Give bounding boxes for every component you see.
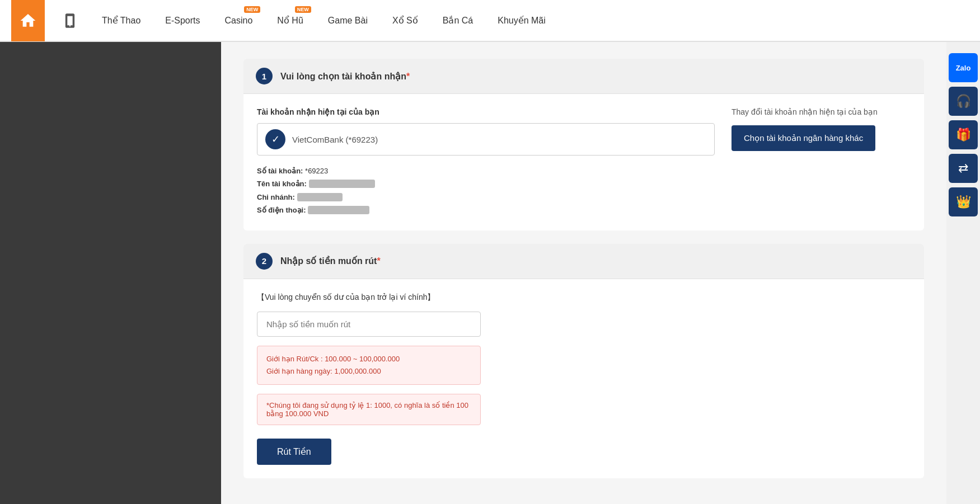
change-bank-label: Thay đổi tài khoản nhận hiện tại của bạn — [732, 107, 911, 116]
submit-button[interactable]: Rút Tiền — [257, 439, 331, 465]
nav-item-no-hu[interactable]: Nổ Hũ NEW — [265, 0, 315, 41]
bank-account-container: Tài khoản nhận hiện tại của bạn ✓ VietCo… — [257, 107, 911, 217]
vip-button[interactable]: 👑 — [949, 187, 978, 216]
change-bank-button[interactable]: Chọn tài khoản ngân hàng khác — [732, 125, 875, 151]
right-sidebar: Zalo 🎧 🎁 ⇄ 👑 — [946, 42, 980, 504]
mobile-icon — [62, 13, 78, 29]
transfer-icon: ⇄ — [958, 161, 968, 176]
bank-account-label: Tài khoản nhận hiện tại của bạn — [257, 107, 715, 116]
section1-header: 1 Vui lòng chọn tài khoản nhận* — [243, 59, 924, 94]
mobile-button[interactable] — [56, 0, 84, 41]
zalo-button[interactable]: Zalo — [949, 53, 978, 82]
branch-row: Chi nhánh: ████████ — [257, 191, 715, 204]
section2-number: 2 — [256, 253, 273, 270]
bank-account-selector[interactable]: ✓ VietComBank (*69223) — [257, 123, 715, 156]
ratio-note: *Chúng tôi đang sử dụng tỷ lệ 1: 1000, c… — [266, 401, 471, 418]
casino-badge: NEW — [244, 6, 260, 13]
section1-title: Vui lòng chọn tài khoản nhận* — [280, 71, 410, 82]
nav-item-e-sports[interactable]: E-Sports — [153, 0, 212, 41]
account-number-row: Số tài khoản: *69223 — [257, 164, 715, 177]
limit-line2: Giới hạn hàng ngày: 1,000,000.000 — [266, 365, 471, 378]
bank-account-left: Tài khoản nhận hiện tại của bạn ✓ VietCo… — [257, 107, 715, 217]
branch-blurred: ████████ — [297, 193, 343, 201]
account-name-row: Tên tài khoản: ████████████ — [257, 177, 715, 190]
home-button[interactable] — [11, 0, 45, 41]
home-icon — [19, 12, 37, 30]
nav-items: Thể Thao E-Sports Casino NEW Nổ Hũ NEW G… — [90, 0, 969, 41]
top-nav: Thể Thao E-Sports Casino NEW Nổ Hũ NEW G… — [0, 0, 980, 42]
section1-card: 1 Vui lòng chọn tài khoản nhận* Tài khoả… — [243, 59, 924, 230]
gift-icon: 🎁 — [956, 128, 971, 142]
section2-card: 2 Nhập số tiền muốn rút* 【Vui lòng chuyể… — [243, 244, 924, 478]
crown-icon: 👑 — [956, 195, 971, 209]
nav-item-casino[interactable]: Casino NEW — [213, 0, 265, 41]
section2-body: 【Vui lòng chuyển số dư của bạn trở lại v… — [243, 279, 924, 478]
no-hu-badge: NEW — [295, 6, 311, 13]
bank-details: Số tài khoản: *69223 Tên tài khoản: ████… — [257, 164, 715, 217]
account-name-blurred: ████████████ — [309, 180, 376, 188]
amount-input[interactable] — [257, 312, 481, 337]
nav-item-the-thao[interactable]: Thể Thao — [90, 0, 153, 41]
section1-number: 1 — [256, 68, 273, 84]
nav-item-game-bai[interactable]: Game Bài — [316, 0, 380, 41]
headset-icon: 🎧 — [956, 94, 971, 109]
transfer-note: 【Vui lòng chuyển số dư của bạn trở lại v… — [257, 293, 911, 303]
phone-blurred: ███████████ — [308, 206, 369, 214]
bank-checkmark-icon: ✓ — [265, 129, 285, 149]
nav-item-khuyen-mai[interactable]: Khuyến Mãi — [485, 0, 558, 41]
section2-header: 2 Nhập số tiền muốn rút* — [243, 244, 924, 279]
page-layout: 1 Vui lòng chọn tài khoản nhận* Tài khoả… — [0, 42, 980, 504]
nav-item-xo-so[interactable]: Xổ Số — [380, 0, 430, 41]
phone-row: Số điện thoại: ███████████ — [257, 204, 715, 216]
section2-title: Nhập số tiền muốn rút* — [280, 256, 381, 266]
bank-account-right: Thay đổi tài khoản nhận hiện tại của bạn… — [732, 107, 911, 217]
section1-body: Tài khoản nhận hiện tại của bạn ✓ VietCo… — [243, 94, 924, 230]
bank-name: VietComBank (*69223) — [292, 135, 378, 144]
transfer-button[interactable]: ⇄ — [949, 154, 978, 183]
limit-line1: Giới hạn Rút/Ck : 100.000 ~ 100,000.000 — [266, 353, 471, 365]
nav-item-ban-ca[interactable]: Bắn Cá — [430, 0, 485, 41]
zalo-icon: Zalo — [956, 64, 971, 72]
ratio-info-box: *Chúng tôi đang sử dụng tỷ lệ 1: 1000, c… — [257, 394, 481, 425]
main-content: 1 Vui lòng chọn tài khoản nhận* Tài khoả… — [221, 42, 946, 504]
limit-info-box: Giới hạn Rút/Ck : 100.000 ~ 100,000.000 … — [257, 346, 481, 385]
support-button[interactable]: 🎧 — [949, 87, 978, 116]
sidebar — [0, 42, 221, 504]
gift-button[interactable]: 🎁 — [949, 120, 978, 149]
